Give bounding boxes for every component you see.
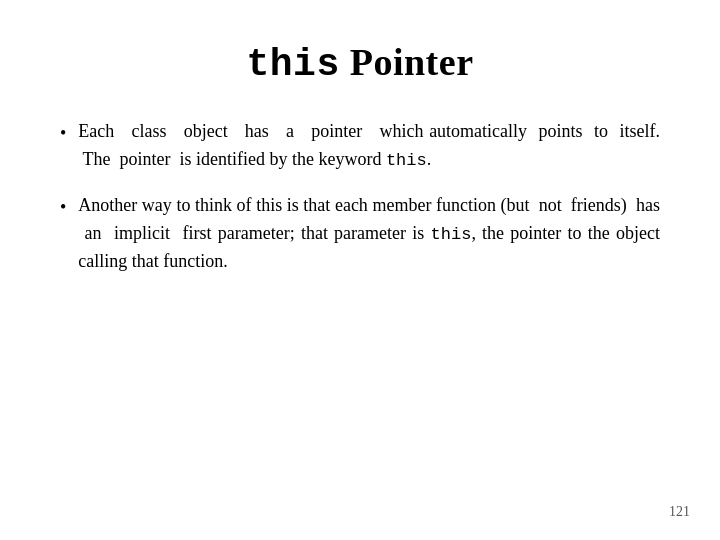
bullet-text-2: Another way to think of this is that eac… — [78, 192, 660, 276]
bullet-dot-2: • — [60, 194, 66, 222]
title-normal: Pointer — [340, 41, 474, 83]
page-number: 121 — [669, 504, 690, 520]
bullet-text-1: Each class object has a pointer which au… — [78, 118, 660, 174]
title-code: this — [246, 43, 339, 86]
this-keyword-1: this — [386, 151, 427, 170]
slide-container: this Pointer • Each class object has a p… — [0, 0, 720, 540]
slide-content: • Each class object has a pointer which … — [60, 118, 660, 500]
slide-title: this Pointer — [60, 40, 660, 86]
bullet-item-1: • Each class object has a pointer which … — [60, 118, 660, 174]
bullet-item-2: • Another way to think of this is that e… — [60, 192, 660, 276]
bullet-dot-1: • — [60, 120, 66, 148]
this-keyword-2: this — [431, 225, 472, 244]
